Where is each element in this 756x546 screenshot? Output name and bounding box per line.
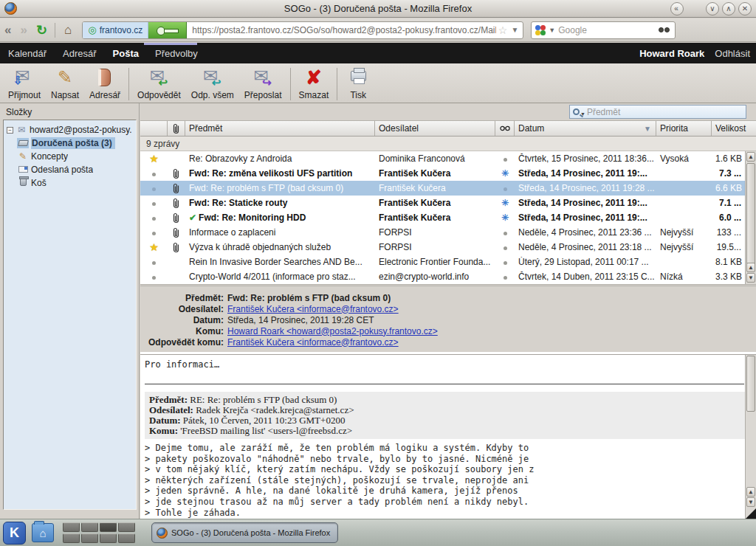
- urlbar-dropdown-icon[interactable]: ▼: [509, 26, 523, 34]
- reload-button[interactable]: ↻: [32, 22, 52, 38]
- column-sender[interactable]: Odesílatel: [375, 121, 495, 136]
- flag-dot-icon[interactable]: [152, 173, 156, 176]
- desktop-6[interactable]: [81, 533, 98, 543]
- flag-dot-icon[interactable]: [152, 187, 156, 191]
- mail-row[interactable]: Crypto-World 4/2011 (informace pro staz.…: [140, 269, 756, 284]
- column-subject[interactable]: Předmět: [185, 121, 375, 136]
- account-node[interactable]: − ✉ howard2@posta2-pokusy.: [4, 123, 136, 136]
- forward-mail-button[interactable]: ✉↪ Přeposlat: [239, 66, 287, 101]
- mail-row[interactable]: Informace o zaplaceni FORPSI Neděle, 4 P…: [140, 225, 756, 240]
- menu-item-adresar[interactable]: Adresář: [55, 48, 105, 59]
- forward-button[interactable]: »: [16, 23, 31, 38]
- desktop-8[interactable]: [118, 533, 135, 543]
- scrollbar-thumb[interactable]: [746, 163, 755, 266]
- search-engine-placeholder[interactable]: Google: [558, 25, 659, 35]
- search-input[interactable]: [587, 107, 746, 117]
- mail-list-scrollbar[interactable]: ▲ ▲ ▼: [745, 151, 756, 284]
- folder-drafts[interactable]: ✎ Koncepty: [17, 150, 136, 163]
- mail-search-box[interactable]: ▼: [569, 105, 746, 119]
- search-engine-bar[interactable]: ▼ Google: [531, 21, 676, 39]
- folder-sent[interactable]: Odeslaná pošta: [17, 163, 136, 176]
- sender-link[interactable]: František Kučera <informace@frantovo.cz>: [227, 304, 399, 314]
- column-priority[interactable]: Priorita: [656, 121, 712, 136]
- compose-button[interactable]: ✎ Napsat: [46, 66, 84, 101]
- print-button[interactable]: Tisk: [340, 66, 376, 101]
- window-minimize-button[interactable]: ∨: [706, 2, 719, 15]
- flag-dot-icon[interactable]: [152, 261, 156, 265]
- paperclip-icon: [173, 123, 180, 134]
- desktop-2[interactable]: [81, 522, 98, 532]
- mail-row[interactable]: Fwd: Re: změna velikosti UFS partition F…: [140, 166, 756, 181]
- toolbar-separator: [128, 68, 129, 100]
- logout-link[interactable]: Odhlásit: [712, 48, 756, 59]
- desktop-7[interactable]: [100, 533, 117, 543]
- column-flag[interactable]: [140, 121, 168, 136]
- delete-button[interactable]: ✘ Smazat: [294, 66, 334, 101]
- back-button[interactable]: «: [0, 23, 16, 38]
- column-size[interactable]: Velikost: [712, 121, 756, 136]
- home-button[interactable]: ⌂: [58, 23, 78, 38]
- addressbook-button[interactable]: Adresář: [84, 66, 126, 101]
- folder-trash[interactable]: Koš: [17, 176, 136, 190]
- folder-sidebar: Složky − ✉ howard2@posta2-pokusy. Doruče…: [0, 103, 140, 519]
- mail-row[interactable]: Fwd: Re: Staticke routy František Kučera…: [140, 196, 756, 210]
- url-bar[interactable]: ◎ frantovo.cz https://posta2.frantovo.cz…: [82, 21, 523, 39]
- flag-star-icon[interactable]: ★: [149, 153, 159, 165]
- glasses-icon: [500, 125, 510, 131]
- flag-star-icon[interactable]: ★: [149, 241, 159, 253]
- scroll-up-icon[interactable]: ▲: [746, 152, 755, 162]
- menu-item-predvolby[interactable]: Předvolby: [147, 48, 206, 59]
- mail-row-selected[interactable]: Fwd: Re: problém s FTP (bad cksum 0) Fra…: [140, 181, 756, 196]
- quoted-text: > Dejme tomu, ale zaráží mě, že ten prob…: [145, 443, 744, 519]
- sent-mail-icon: [17, 165, 29, 175]
- read-dot-icon: [504, 187, 507, 191]
- desktop-3-active[interactable]: [100, 522, 117, 532]
- reply-button[interactable]: ✉↩ Odpovědět: [132, 66, 186, 101]
- column-date[interactable]: Datum▼: [515, 121, 656, 136]
- scroll-up-icon[interactable]: ▲: [746, 263, 755, 272]
- message-body-scrollbar[interactable]: ▲ ▼: [745, 355, 756, 519]
- scrollbar-thumb[interactable]: [746, 356, 755, 412]
- reply-all-button[interactable]: ✉↩ Odp. všem: [186, 66, 239, 101]
- desktop-5[interactable]: [63, 533, 80, 543]
- folder-inbox[interactable]: Doručená pošta (3): [17, 136, 136, 150]
- flag-dot-icon[interactable]: [152, 232, 156, 235]
- column-read-state[interactable]: [495, 121, 515, 136]
- binoculars-icon[interactable]: [659, 27, 670, 32]
- trash-icon: [17, 178, 29, 188]
- get-mail-button[interactable]: ✉⇩ Přijmout: [3, 66, 46, 101]
- column-attachment[interactable]: [168, 121, 185, 136]
- desktop-pager[interactable]: [63, 522, 135, 543]
- scroll-down-icon[interactable]: ▼: [746, 497, 755, 507]
- firefox-task-button[interactable]: SOGo - (3) Doručená pošta - Mozilla Fire…: [151, 522, 338, 543]
- delete-x-icon: ✘: [301, 66, 326, 89]
- bookmark-star-icon[interactable]: ☆: [496, 24, 510, 36]
- replyto-link[interactable]: František Kučera <informace@frantovo.cz>: [227, 337, 399, 348]
- desktop-1[interactable]: [63, 522, 80, 532]
- mail-row[interactable]: ★ Výzva k úhradě objednaných služeb FORP…: [140, 240, 756, 255]
- scroll-up-icon[interactable]: ▲: [746, 487, 755, 497]
- window-close-button[interactable]: ✕: [738, 2, 752, 15]
- menu-item-posta[interactable]: Pošta: [105, 48, 147, 59]
- mail-row[interactable]: ✔Fwd: Re: Monitoring HDD František Kučer…: [140, 210, 756, 225]
- home-folder-button[interactable]: ⌂: [32, 523, 54, 542]
- mail-row[interactable]: Rein In Invasive Border Searches AND Be.…: [140, 255, 756, 269]
- tree-expander-icon[interactable]: −: [7, 127, 13, 134]
- header-label-date: Datum:: [140, 315, 227, 325]
- menu-item-kalendar[interactable]: Kalendář: [0, 48, 55, 59]
- search-engine-dropdown-icon[interactable]: ▼: [546, 27, 558, 34]
- kde-menu-button[interactable]: K: [3, 522, 26, 545]
- mail-row[interactable]: ★ Re: Obrazovky z Androida Dominika Fran…: [140, 151, 756, 166]
- window-shade-button[interactable]: «: [670, 2, 684, 15]
- flag-dot-icon[interactable]: [152, 217, 156, 221]
- window-resize-grip[interactable]: [746, 508, 756, 519]
- flag-dot-icon[interactable]: [152, 276, 156, 280]
- scroll-down-icon[interactable]: ▼: [746, 273, 755, 283]
- recipient-link[interactable]: Howard Roark <howard@posta2-pokusy.frant…: [227, 326, 438, 336]
- window-maximize-button[interactable]: ∧: [722, 2, 735, 15]
- url-text[interactable]: https://posta2.frantovo.cz/SOGo/so/howar…: [187, 25, 495, 35]
- desktop-4[interactable]: [118, 522, 135, 532]
- site-identity-chip[interactable]: ◎ frantovo.cz: [83, 22, 148, 38]
- paperclip-icon: [173, 242, 180, 253]
- flag-dot-icon[interactable]: [152, 202, 156, 206]
